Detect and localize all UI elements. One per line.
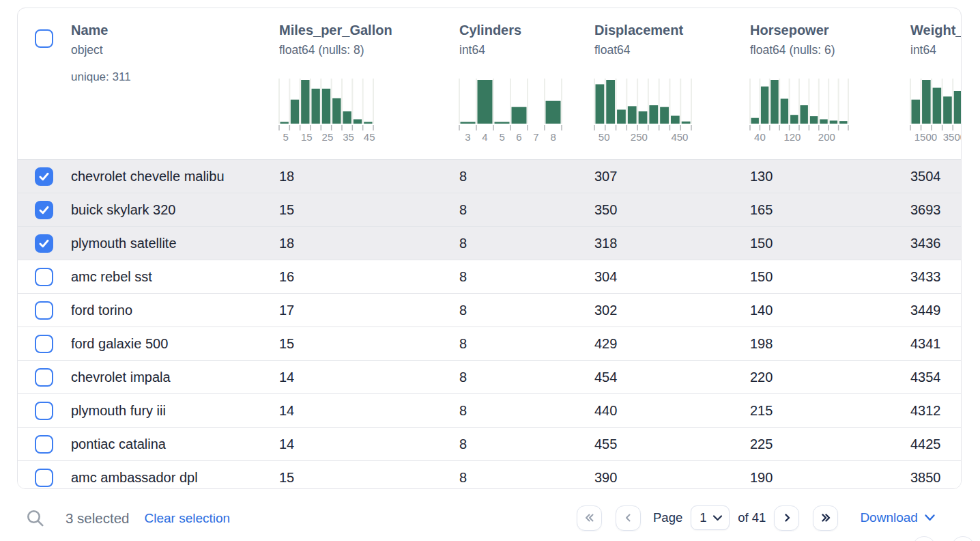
download-label: Download: [860, 510, 918, 525]
column-header-disp: Displacementfloat6450250450: [594, 8, 750, 159]
histogram-hp: 40120200: [750, 79, 848, 143]
column-unique-count: unique: 311: [71, 70, 279, 84]
table-row[interactable]: buick skylark 3201583501653693: [18, 193, 962, 226]
row-checkbox[interactable]: [35, 335, 53, 353]
cell-weight: 3850: [910, 470, 962, 486]
column-title: Weight_in_lbs: [910, 22, 962, 38]
cell-cyl: 8: [459, 169, 594, 184]
column-title: Name: [71, 22, 279, 38]
cell-disp: 318: [594, 236, 750, 251]
cell-disp: 390: [594, 470, 750, 486]
table-row[interactable]: ford galaxie 5001584291984341: [18, 327, 962, 360]
svg-text:120: 120: [783, 131, 801, 143]
double-chevron-right-icon: [820, 512, 831, 523]
row-checkbox[interactable]: [35, 268, 53, 286]
footer-left: 3 selected Clear selection: [26, 505, 230, 531]
chevron-down-icon: [924, 514, 936, 522]
svg-text:35: 35: [343, 131, 354, 143]
table-row[interactable]: chevrolet chevelle malibu1883071303504: [18, 159, 962, 193]
chevron-left-icon: [623, 512, 634, 523]
table-card: Nameobjectunique: 311Miles_per_Gallonflo…: [17, 8, 962, 489]
svg-text:450: 450: [671, 131, 688, 143]
cell-name: pontiac catalina: [71, 436, 279, 452]
checkmark-icon: [36, 202, 52, 218]
table-row[interactable]: plymouth satellite1883181503436: [18, 226, 962, 260]
cell-disp: 307: [594, 169, 750, 184]
checkmark-icon: [36, 169, 52, 184]
svg-text:50: 50: [599, 131, 610, 143]
cell-hp: 220: [750, 370, 910, 385]
row-checkbox[interactable]: [35, 234, 53, 253]
cell-disp: 302: [594, 303, 750, 318]
table-row[interactable]: ford torino1783021403449: [18, 293, 962, 327]
cell-cyl: 8: [459, 236, 594, 251]
select-all-checkbox[interactable]: [35, 29, 53, 48]
pagination: Page 1 of 41 Download: [577, 505, 936, 531]
cell-hp: 165: [750, 202, 910, 218]
clear-selection-link[interactable]: Clear selection: [144, 511, 230, 526]
cell-weight: 4312: [910, 403, 962, 419]
row-checkbox[interactable]: [35, 368, 53, 387]
cell-name: ford galaxie 500: [71, 336, 279, 352]
table-row[interactable]: pontiac catalina1484552254425: [18, 427, 962, 460]
table-row[interactable]: plymouth fury iii1484402154312: [18, 393, 962, 427]
cell-weight: 3504: [910, 169, 962, 184]
download-button[interactable]: Download: [860, 510, 936, 525]
cell-hp: 198: [750, 336, 910, 352]
table-row[interactable]: amc ambassador dpl1583901903850: [18, 460, 962, 489]
cell-weight: 3433: [910, 269, 962, 285]
prev-page-button[interactable]: [616, 505, 641, 531]
column-dtype: float64 (nulls: 6): [750, 43, 910, 57]
svg-text:4: 4: [482, 131, 487, 143]
cell-cyl: 8: [459, 269, 594, 285]
cell-hp: 190: [750, 470, 910, 486]
row-checkbox-cell: [18, 435, 71, 454]
cell-name: amc ambassador dpl: [71, 470, 279, 486]
row-checkbox-cell: [18, 469, 71, 487]
cell-weight: 3449: [910, 303, 962, 318]
row-checkbox-cell: [18, 402, 71, 420]
search-icon[interactable]: [26, 509, 45, 528]
table-body: chevrolet chevelle malibu1883071303504bu…: [18, 159, 961, 489]
svg-text:3500: 3500: [943, 131, 962, 143]
svg-text:45: 45: [364, 131, 375, 143]
double-chevron-left-icon: [584, 512, 595, 523]
column-title: Cylinders: [459, 22, 594, 38]
cell-mpg: 15: [279, 202, 459, 218]
row-checkbox[interactable]: [35, 402, 53, 420]
first-page-button[interactable]: [577, 505, 602, 531]
cell-mpg: 15: [279, 470, 459, 486]
cell-cyl: 8: [459, 370, 594, 385]
cell-hp: 150: [750, 236, 910, 251]
svg-text:25: 25: [322, 131, 334, 143]
row-checkbox[interactable]: [35, 201, 53, 219]
page-count-label: of 41: [738, 510, 766, 525]
row-checkbox-cell: [18, 268, 71, 286]
row-checkbox-cell: [18, 201, 71, 219]
table-row[interactable]: chevrolet impala1484542204354: [18, 360, 962, 393]
cell-disp: 350: [594, 202, 750, 218]
row-checkbox[interactable]: [35, 167, 53, 186]
cell-hp: 150: [750, 269, 910, 285]
bottom-edge-button-1[interactable]: [912, 536, 936, 541]
row-checkbox[interactable]: [35, 301, 53, 320]
svg-text:15: 15: [301, 131, 313, 143]
svg-text:250: 250: [631, 131, 648, 143]
next-page-button[interactable]: [774, 505, 799, 531]
last-page-button[interactable]: [813, 505, 838, 531]
cell-hp: 225: [750, 436, 910, 452]
cell-weight: 4425: [910, 436, 962, 452]
row-checkbox[interactable]: [35, 469, 53, 487]
table-row[interactable]: amc rebel sst1683041503433: [18, 260, 962, 293]
cell-name: plymouth satellite: [71, 236, 279, 251]
row-checkbox[interactable]: [35, 435, 53, 454]
column-dtype: int64: [910, 43, 962, 57]
page-select[interactable]: 1: [691, 505, 730, 530]
svg-text:200: 200: [818, 131, 835, 143]
cell-disp: 455: [594, 436, 750, 452]
cell-mpg: 14: [279, 436, 459, 452]
svg-text:40: 40: [754, 131, 766, 143]
column-dtype: object: [71, 43, 279, 57]
cell-weight: 3436: [910, 236, 962, 251]
bottom-edge-button-2[interactable]: [951, 536, 975, 541]
